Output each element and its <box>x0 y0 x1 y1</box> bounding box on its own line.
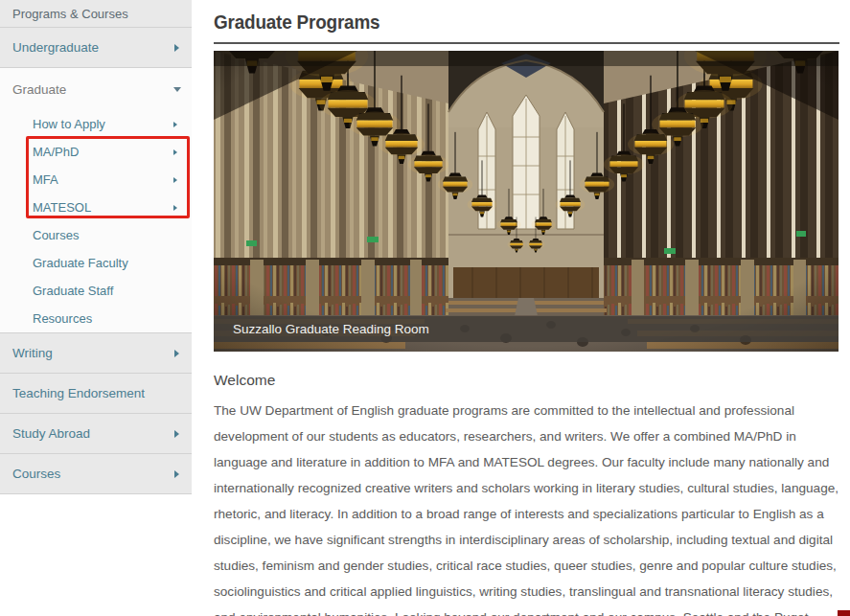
sidebar-item-ma-phd[interactable]: MA/PhD <box>0 138 192 166</box>
chevron-right-icon <box>174 470 179 478</box>
sidebar-item-label: Study Abroad <box>12 426 90 441</box>
sidebar-item-label: Courses <box>12 467 60 481</box>
sidebar-item-label: Graduate Staff <box>33 284 113 298</box>
sidebar-item-label: Graduate <box>12 82 66 97</box>
sidebar-item-undergraduate[interactable]: Undergraduate <box>0 28 192 68</box>
sidebar-item-label: MA/PhD <box>33 145 79 159</box>
sidebar-item-label: Writing <box>12 346 53 360</box>
sidebar-item-label: MATESOL <box>33 200 91 215</box>
page: Programs & Courses Undergraduate Graduat… <box>0 0 850 616</box>
sidebar-item-study-abroad[interactable]: Study Abroad <box>0 414 192 454</box>
image-caption-text: Suzzallo Graduate Reading Room <box>233 322 429 336</box>
sidebar-item-graduate[interactable]: Graduate <box>0 68 192 110</box>
chevron-right-icon <box>173 122 177 127</box>
sidebar-item-label: Graduate Faculty <box>33 256 128 270</box>
sidebar-item-how-to-apply[interactable]: How to Apply <box>0 110 192 138</box>
scroll-top-button-partial[interactable] <box>838 610 850 616</box>
sidebar-item-teaching-endorsement[interactable]: Teaching Endorsement <box>0 374 192 414</box>
sidebar-item-label: Courses <box>33 228 79 242</box>
sidebar-item-courses-sub[interactable]: Courses <box>0 221 192 249</box>
image-caption: Suzzallo Graduate Reading Room <box>214 316 839 342</box>
suzzallo-image: Suzzallo Graduate Reading Room <box>214 51 839 352</box>
chevron-right-icon <box>173 149 177 155</box>
sidebar-graduate-section: Graduate How to Apply MA/PhD MFA MATESOL… <box>0 68 192 333</box>
main-content: Graduate Programs <box>214 0 839 616</box>
sidebar-header: Programs & Courses <box>0 0 192 28</box>
page-title: Graduate Programs <box>214 11 379 34</box>
chevron-right-icon <box>173 205 177 211</box>
reading-room-illustration <box>214 51 839 352</box>
sidebar-item-matesol[interactable]: MATESOL <box>0 194 192 221</box>
chevron-down-icon <box>173 87 181 92</box>
chevron-right-icon <box>174 430 179 438</box>
sidebar-header-label: Programs & Courses <box>12 7 128 21</box>
chevron-right-icon <box>174 44 179 52</box>
sidebar-item-courses[interactable]: Courses <box>0 454 192 494</box>
sidebar-item-label: Resources <box>33 311 92 326</box>
sidebar-item-mfa[interactable]: MFA <box>0 166 192 194</box>
sidebar-item-graduate-staff[interactable]: Graduate Staff <box>0 277 192 305</box>
sidebar-item-resources[interactable]: Resources <box>0 305 192 332</box>
sidebar-item-label: How to Apply <box>33 117 105 131</box>
title-divider <box>214 42 839 44</box>
chevron-right-icon <box>174 350 179 357</box>
welcome-heading: Welcome <box>214 372 839 389</box>
sidebar-item-writing[interactable]: Writing <box>0 333 192 374</box>
sidebar-item-graduate-faculty[interactable]: Graduate Faculty <box>0 249 192 277</box>
welcome-paragraph: The UW Department of English graduate pr… <box>214 398 839 616</box>
sidebar-item-label: MFA <box>33 172 58 187</box>
chevron-right-icon <box>173 177 177 183</box>
sidebar-item-label: Teaching Endorsement <box>12 386 145 400</box>
sidebar-nav: Programs & Courses Undergraduate Graduat… <box>0 0 192 494</box>
sidebar-item-label: Undergraduate <box>12 40 99 55</box>
